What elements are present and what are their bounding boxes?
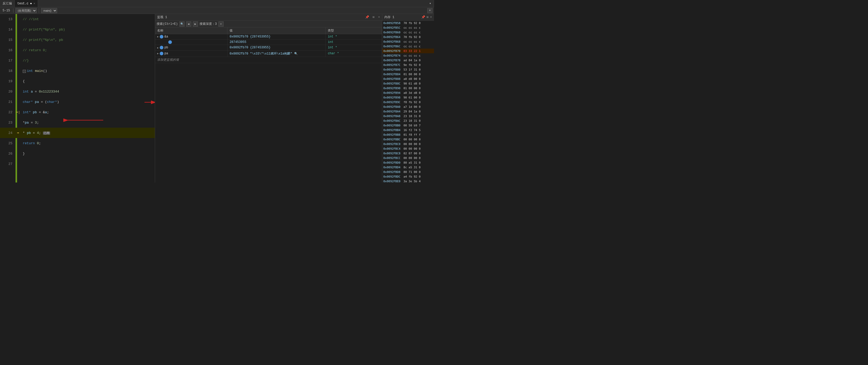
- watch-scroll-area[interactable]: 名称 值 类型 ▶&a0x0092fb70 {287453955}int * 2…: [155, 27, 382, 183]
- watch-row-3[interactable]: ▶pa0x0092fb70 "\x33\"\x11燃环\x1a袍麟" 🔍char…: [155, 51, 382, 57]
- mem-addr-3: 0x0092FB64: [383, 35, 402, 39]
- search-fwd-btn[interactable]: ▶: [193, 22, 198, 27]
- watch-row-0[interactable]: ▶&a0x0092fb70 {287453955}int *: [155, 34, 382, 39]
- mem-addr-29: 0x0092FBCC: [383, 156, 402, 160]
- line-content-23[interactable]: *pa = 3;: [21, 121, 155, 125]
- memory-row-8: 0x0092FB78ad 84 1a 0: [382, 58, 434, 63]
- code-line-25[interactable]: 25 return 0;: [0, 138, 155, 148]
- mem-bytes-20: 23 10 31 0: [403, 115, 433, 118]
- mem-addr-24: 0x0092FBB8: [383, 133, 402, 136]
- code-line-18[interactable]: 18-int main(): [0, 66, 155, 76]
- mem-bytes-23: 16 f2 74 5: [403, 128, 433, 132]
- search-back-btn[interactable]: ◀: [186, 22, 191, 27]
- expand-icon-0[interactable]: ▶: [157, 35, 159, 38]
- memory-row-12: 0x0092FB88a0 d8 00 0: [382, 77, 434, 81]
- memory-row-0: 0x0092FB5870 fb 92 0: [382, 21, 434, 25]
- code-line-14[interactable]: 14 // printf("%p\n", pb): [0, 24, 155, 35]
- watch-table: 名称 值 类型 ▶&a0x0092fb70 {287453955}int * 2…: [155, 27, 382, 63]
- line-range-label: 5-15: [2, 9, 11, 12]
- mem-byte-highlight-6: 03 33 22 1: [403, 49, 421, 53]
- memory-row-24: 0x0092FBB801 f8 ff f: [382, 132, 434, 137]
- mem-bytes-4: cc cc cc c: [403, 40, 433, 43]
- line-content-19[interactable]: {: [21, 79, 155, 83]
- line-content-17[interactable]: //}: [21, 59, 155, 63]
- monitor-expand-icon[interactable]: ⊞: [373, 15, 375, 19]
- code-line-23[interactable]: 23 *pa = 3;: [0, 117, 155, 128]
- tab-close-icon[interactable]: ×: [33, 2, 35, 5]
- mem-bytes-19: 29 84 1a 0: [403, 110, 433, 113]
- mem-addr-31: 0x0092FBD4: [383, 166, 402, 169]
- mem-addr-18: 0x0092FBA0: [383, 105, 402, 109]
- line-content-24[interactable]: * pb = 4; 已用: [21, 131, 155, 135]
- mem-addr-28: 0x0092FBC8: [383, 152, 402, 155]
- code-lines-container[interactable]: 13 // //int14 // printf("%p\n", pb)15 //…: [0, 14, 155, 183]
- line-number-13: 13: [0, 17, 16, 21]
- memory-close-icon[interactable]: ×: [430, 16, 432, 19]
- code-line-20[interactable]: 20 int a = 0x11223344: [0, 86, 155, 97]
- line-content-18[interactable]: -int main(): [21, 69, 155, 73]
- search-icon-btn[interactable]: 🔍: [179, 22, 185, 27]
- add-watch-label: 添加更监视的项: [155, 57, 382, 63]
- code-line-15[interactable]: 15 // printf("%p\n", pb: [0, 35, 155, 45]
- add-watch-row[interactable]: 添加更监视的项: [155, 57, 382, 63]
- expand-icon-2[interactable]: ▶: [157, 47, 159, 49]
- mem-addr-19: 0x0092FBA4: [383, 110, 402, 113]
- scope-dropdown[interactable]: (全局范围): [16, 8, 37, 13]
- tab-disassembly[interactable]: 反汇编: [0, 0, 15, 7]
- add-watch-toolbar-btn[interactable]: +: [427, 8, 432, 13]
- tab-overflow-btn[interactable]: ▾: [427, 0, 434, 7]
- editor-toolbar: 5-15 (全局范围) main() +: [0, 7, 434, 14]
- watch-row-2[interactable]: ▶pb0x0092fb70 {287453955}int *: [155, 45, 382, 51]
- line-number-20: 20: [0, 90, 16, 94]
- mem-bytes-18: a7 1d 00 0: [403, 105, 433, 109]
- mem-bytes-21: 23 10 31 0: [403, 119, 433, 123]
- monitor-title-bar: 监视 1 📌 ⊞ ×: [155, 14, 382, 21]
- memory-pin-icon[interactable]: 📌: [421, 15, 425, 19]
- depth-dropdown-btn[interactable]: ▾: [218, 22, 224, 27]
- monitor-pin-icon[interactable]: 📌: [365, 15, 369, 19]
- code-line-27[interactable]: 27: [0, 159, 155, 169]
- value-lens-icon[interactable]: 🔍: [294, 52, 298, 55]
- mem-addr-23: 0x0092FBB4: [383, 128, 402, 132]
- monitor-close-icon[interactable]: ×: [378, 16, 380, 19]
- code-line-17[interactable]: 17 //}: [0, 55, 155, 66]
- watch-row-1[interactable]: 287453955int: [155, 39, 382, 45]
- watch-name-0: ▶&a: [155, 34, 227, 39]
- expand-icon-3[interactable]: ▶: [157, 52, 159, 55]
- mem-addr-13: 0x0092FB8C: [383, 82, 402, 85]
- col-type: 类型: [326, 27, 382, 34]
- mem-bytes-1: cc cc cc c: [403, 26, 433, 29]
- line-content-16[interactable]: // return 0;: [21, 48, 155, 52]
- memory-title: 内存 1: [384, 15, 394, 20]
- line-number-15: 15: [0, 38, 16, 42]
- code-line-24[interactable]: 24➡ * pb = 4; 已用: [0, 128, 155, 138]
- tab-test-c[interactable]: test.c ● ×: [15, 0, 38, 7]
- code-line-22[interactable]: 22➡| int* pb = &a;: [0, 107, 155, 117]
- line-content-13[interactable]: // //int: [21, 17, 155, 21]
- code-line-19[interactable]: 19 {: [0, 76, 155, 86]
- line-content-22[interactable]: int* pb = &a;: [21, 111, 155, 114]
- mem-addr-25: 0x0092FBBC: [383, 138, 402, 141]
- line-content-25[interactable]: return 0;: [21, 142, 155, 145]
- code-line-21[interactable]: 21 char* pa = (char*): [0, 97, 155, 107]
- var-icon-2: [160, 46, 163, 49]
- line-content-14[interactable]: // printf("%p\n", pb): [21, 28, 155, 32]
- memory-row-32: 0x0092FBD880 71 00 0: [382, 170, 434, 174]
- mem-bytes-2: cc cc cc c: [403, 31, 433, 34]
- line-content-15[interactable]: // printf("%p\n", pb: [21, 38, 155, 42]
- code-line-13[interactable]: 13 // //int: [0, 14, 155, 24]
- memory-expand-icon[interactable]: ⊞: [427, 15, 429, 19]
- tab-bar: 反汇编 test.c ● × ▾: [0, 0, 434, 7]
- function-dropdown[interactable]: main(): [41, 8, 57, 13]
- mem-addr-9: 0x0092FB7C: [383, 63, 402, 67]
- line-content-21[interactable]: char* pa = (char*): [21, 100, 155, 104]
- line-content-20[interactable]: int a = 0x11223344: [21, 90, 155, 94]
- code-line-16[interactable]: 16 // return 0;: [0, 45, 155, 55]
- mem-bytes-22: 00 50 b9 7: [403, 124, 433, 127]
- mem-bytes-16: 90 61 00 0: [403, 96, 433, 99]
- memory-content[interactable]: 0x0092FB5870 fb 92 00x0092FB5Ccc cc cc c…: [382, 21, 434, 183]
- toolbar-divider-1: [13, 8, 13, 13]
- code-line-26[interactable]: 26 }: [0, 148, 155, 159]
- line-content-26[interactable]: }: [21, 152, 155, 156]
- memory-row-4: 0x0092FB68cc cc cc c: [382, 39, 434, 44]
